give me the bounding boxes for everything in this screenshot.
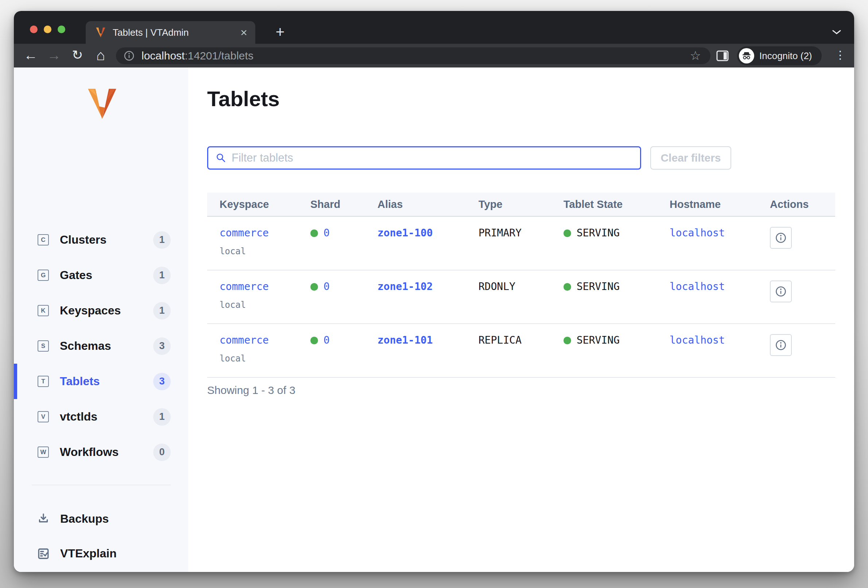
count-badge: 3 xyxy=(153,373,171,390)
results-summary: Showing 1 - 3 of 3 xyxy=(207,384,295,396)
keyspace-cell: commerce local xyxy=(220,270,310,324)
column-header-hostname: Hostname xyxy=(670,198,770,210)
reload-icon[interactable]: ↻ xyxy=(68,44,87,68)
cluster-label: local xyxy=(220,300,310,310)
sidebar-item-topology[interactable]: Topology xyxy=(14,571,188,572)
back-icon[interactable]: ← xyxy=(21,44,40,68)
column-header-tablet-state: Tablet State xyxy=(564,198,670,210)
side-panel-icon[interactable] xyxy=(716,50,729,62)
keyspace-link[interactable]: commerce xyxy=(220,281,269,293)
address-bar[interactable]: localhost:14201/tablets ☆ xyxy=(116,47,710,64)
column-header-shard: Shard xyxy=(310,198,378,210)
sidebar-item-tablets[interactable]: T Tablets 3 xyxy=(14,363,188,399)
hostname-link[interactable]: localhost xyxy=(670,227,725,239)
count-badge: 1 xyxy=(153,408,171,425)
alias-cell: zone1-102 xyxy=(378,270,478,324)
site-info-icon[interactable] xyxy=(123,50,135,62)
type-cell: REPLICA xyxy=(478,324,564,377)
sidebar-item-schemas[interactable]: S Schemas 3 xyxy=(14,328,188,363)
sidebar-item-workflows[interactable]: W Workflows 0 xyxy=(14,434,188,470)
hostname-link[interactable]: localhost xyxy=(670,281,725,293)
sidebar-item-label: Keyspaces xyxy=(60,304,121,317)
new-tab-button[interactable]: + xyxy=(272,24,288,41)
tablet-info-button[interactable] xyxy=(770,334,792,356)
sidebar-item-label: Clusters xyxy=(60,233,106,247)
info-icon xyxy=(775,339,787,351)
page-content: C Clusters 1 G Gates 1 K Keyspaces 1 xyxy=(14,68,854,572)
shard-link[interactable]: 0 xyxy=(323,334,330,346)
state-cell: SERVING xyxy=(564,324,670,377)
shard-cell: 0 xyxy=(310,217,378,270)
tab-search-chevron-icon[interactable] xyxy=(831,29,842,35)
tab-close-icon[interactable]: × xyxy=(240,21,247,44)
sidebar-divider xyxy=(32,485,171,485)
sidebar-nav: C Clusters 1 G Gates 1 K Keyspaces 1 xyxy=(14,222,188,470)
shard-status-dot xyxy=(310,229,318,237)
filter-tablets-input[interactable] xyxy=(232,151,640,164)
browser-tab[interactable]: Tablets | VTAdmin × xyxy=(86,21,255,44)
sidebar-item-label: Backups xyxy=(60,512,109,526)
column-header-keyspace: Keyspace xyxy=(220,198,310,210)
tablet-info-button[interactable] xyxy=(770,227,792,249)
url-path: :14201/tablets xyxy=(185,50,253,62)
bookmark-star-icon[interactable]: ☆ xyxy=(690,48,701,63)
gates-letter-icon: G xyxy=(38,270,49,281)
state-cell: SERVING xyxy=(564,270,670,324)
cluster-label: local xyxy=(220,353,310,363)
keyspace-link[interactable]: commerce xyxy=(220,227,269,239)
filter-box xyxy=(207,146,641,170)
incognito-badge[interactable]: Incognito (2) xyxy=(737,46,822,65)
sidebar-item-clusters[interactable]: C Clusters 1 xyxy=(14,222,188,257)
alias-link[interactable]: zone1-102 xyxy=(378,281,433,293)
info-icon xyxy=(775,286,787,297)
alias-link[interactable]: zone1-100 xyxy=(378,227,433,239)
keyspace-link[interactable]: commerce xyxy=(220,334,269,346)
hostname-cell: localhost xyxy=(670,270,770,324)
sidebar-item-vtexplain[interactable]: VTExplain xyxy=(14,536,188,571)
serving-status-dot xyxy=(564,229,571,237)
browser-window: Tablets | VTAdmin × + ← → ↻ ⌂ localhost:… xyxy=(14,11,854,572)
keyspaces-letter-icon: K xyxy=(38,305,49,316)
home-icon[interactable]: ⌂ xyxy=(91,44,110,68)
alias-cell: zone1-100 xyxy=(378,217,478,270)
tab-title: Tablets | VTAdmin xyxy=(113,27,240,38)
count-badge: 0 xyxy=(153,443,171,461)
filter-row: Clear filters xyxy=(207,146,835,170)
sidebar-item-gates[interactable]: G Gates 1 xyxy=(14,257,188,293)
schemas-letter-icon: S xyxy=(38,340,49,352)
tablet-info-button[interactable] xyxy=(770,281,792,302)
main-panel: Tablets Clear filters Keyspace Shard Ali… xyxy=(188,68,854,572)
sidebar-item-vtctlds[interactable]: V vtctlds 1 xyxy=(14,399,188,434)
shard-link[interactable]: 0 xyxy=(323,227,330,239)
count-badge: 1 xyxy=(153,302,171,319)
shard-cell: 0 xyxy=(310,270,378,324)
vitess-logo xyxy=(85,89,119,119)
shard-link[interactable]: 0 xyxy=(323,281,330,293)
url-host: localhost xyxy=(142,50,185,62)
clear-filters-button[interactable]: Clear filters xyxy=(650,146,731,170)
minimize-window-button[interactable] xyxy=(44,25,52,33)
vtctlds-letter-icon: V xyxy=(38,411,49,423)
type-cell: RDONLY xyxy=(478,270,564,324)
hostname-link[interactable]: localhost xyxy=(670,334,725,346)
vitess-favicon-icon xyxy=(95,27,106,38)
close-window-button[interactable] xyxy=(30,25,38,33)
sidebar-item-label: Schemas xyxy=(60,339,111,353)
hostname-cell: localhost xyxy=(670,217,770,270)
tablets-table: Keyspace Shard Alias Type Tablet State H… xyxy=(207,193,835,378)
browser-menu-icon[interactable]: ⋮ xyxy=(832,44,848,68)
incognito-label: Incognito (2) xyxy=(759,50,812,62)
state-label: SERVING xyxy=(577,334,620,346)
column-header-actions: Actions xyxy=(770,198,835,210)
sidebar-item-keyspaces[interactable]: K Keyspaces 1 xyxy=(14,293,188,328)
search-icon xyxy=(216,152,226,163)
alias-link[interactable]: zone1-101 xyxy=(378,334,433,346)
forward-icon[interactable]: → xyxy=(44,44,63,68)
shard-status-dot xyxy=(310,283,318,291)
sidebar-item-backups[interactable]: Backups xyxy=(14,502,188,536)
tab-strip: Tablets | VTAdmin × + xyxy=(14,11,854,44)
maximize-window-button[interactable] xyxy=(58,25,65,33)
table-row: commerce local 0 zone1-102 RDONLY SERVIN… xyxy=(207,270,835,324)
info-icon xyxy=(775,232,787,244)
clusters-letter-icon: C xyxy=(38,234,49,245)
